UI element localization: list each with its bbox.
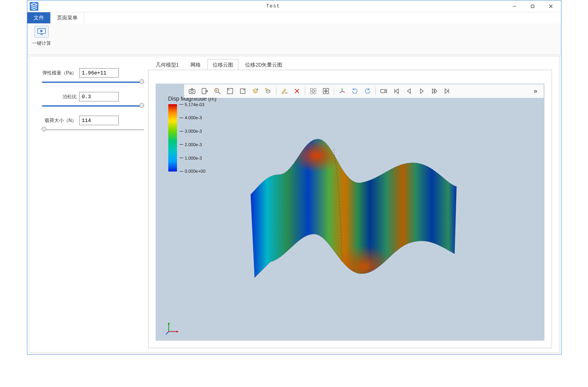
export-icon[interactable] <box>199 86 210 97</box>
play-monitor-icon <box>34 26 49 38</box>
svg-point-9 <box>190 90 193 93</box>
viz-tab-disp-contour[interactable]: 位移云图 <box>207 59 238 70</box>
svg-marker-33 <box>445 89 448 93</box>
viz-area: 几何模型1 网格 位移云图 位移2D矢量云图 <box>148 56 559 352</box>
param-poisson-ratio: 泊松比 <box>37 92 144 101</box>
play-icon[interactable] <box>416 86 427 97</box>
poisson-ratio-label: 泊松比 <box>37 93 77 100</box>
poisson-ratio-slider[interactable] <box>42 103 144 109</box>
zoom-flash-icon[interactable] <box>212 86 223 97</box>
cube-light-icon[interactable] <box>263 86 274 97</box>
svg-line-39 <box>166 332 168 334</box>
svg-marker-36 <box>167 322 169 324</box>
workspace: 弹性模量（Pa） 泊松比 载荷大小（N） <box>29 56 559 353</box>
elastic-modulus-slider[interactable] <box>42 79 144 85</box>
load-input[interactable] <box>79 116 119 125</box>
axes-xyz-icon[interactable] <box>337 86 348 97</box>
legend-tick-3: 2.000e-3 <box>185 142 202 147</box>
menubar: 文件 页面菜单 <box>27 12 561 23</box>
box-edit-icon[interactable] <box>237 86 248 97</box>
legend-tick-1: 4.000e-3 <box>185 115 202 120</box>
skip-end-icon[interactable] <box>441 86 453 97</box>
pan-icon[interactable] <box>320 86 331 97</box>
svg-marker-38 <box>176 330 178 332</box>
elastic-modulus-input[interactable] <box>79 68 119 78</box>
svg-point-15 <box>257 88 258 90</box>
step-back-icon[interactable] <box>403 86 415 97</box>
titlebar: Test <box>27 0 561 12</box>
viz-toolbar: » <box>184 84 544 98</box>
param-load: 载荷大小（N） <box>37 116 144 125</box>
toolbar-overflow-button[interactable]: » <box>530 86 541 97</box>
maximize-button[interactable] <box>524 1 541 11</box>
legend-tick-0: 5.174e-03 <box>185 102 205 107</box>
svg-rect-26 <box>381 90 385 93</box>
svg-line-25 <box>340 91 342 93</box>
svg-point-16 <box>265 88 266 90</box>
video-camera-icon[interactable] <box>378 86 389 97</box>
svg-rect-20 <box>310 88 316 93</box>
camera-icon[interactable] <box>186 86 198 97</box>
ribbon: 一键计算 <box>27 23 561 55</box>
colorbar <box>168 104 177 172</box>
svg-marker-30 <box>420 89 423 93</box>
app-window: Test 文件 页面菜单 一键计算 <box>27 0 561 355</box>
parameter-panel: 弹性模量（Pa） 泊松比 载荷大小（N） <box>29 56 148 352</box>
load-label: 载荷大小（N） <box>37 117 77 124</box>
ribbon-compute-group[interactable]: 一键计算 <box>30 26 53 47</box>
load-slider[interactable] <box>42 127 144 132</box>
zoom-marquee-icon[interactable] <box>308 86 319 97</box>
ribbon-compute-label: 一键计算 <box>30 40 53 47</box>
legend-tick-5: 0.000e+00 <box>185 169 206 173</box>
minimize-button[interactable] <box>506 1 523 11</box>
elastic-modulus-label: 弹性模量（Pa） <box>37 70 77 76</box>
clear-x-icon[interactable] <box>291 86 303 97</box>
viz-tab-mesh[interactable]: 网格 <box>185 59 206 70</box>
svg-marker-31 <box>432 89 435 93</box>
contour-surface <box>243 127 464 286</box>
viz-tab-disp-2d-vector[interactable]: 位移2D矢量云图 <box>240 59 287 70</box>
viz-canvas-wrap: » Disp Magnitude (m) 5.174e-03 4.000e-3 … <box>148 70 552 348</box>
legend-tick-4: 1.000e-3 <box>185 156 202 160</box>
menu-tab-page[interactable]: 页面菜单 <box>51 12 84 23</box>
window-controls <box>506 1 561 11</box>
window-title: Test <box>41 3 506 9</box>
svg-marker-5 <box>40 30 43 32</box>
cube-layers-icon[interactable] <box>250 86 261 97</box>
svg-line-24 <box>342 91 345 92</box>
svg-marker-28 <box>395 89 398 93</box>
legend-tick-2: 3.000e-3 <box>185 129 202 133</box>
poisson-ratio-input[interactable] <box>79 92 119 101</box>
svg-line-12 <box>218 92 220 94</box>
skip-start-icon[interactable] <box>391 86 402 97</box>
viz-canvas[interactable]: Disp Magnitude (m) 5.174e-03 4.000e-3 3.… <box>156 84 544 341</box>
close-button[interactable] <box>542 1 559 11</box>
rotate-ccw-icon[interactable] <box>362 86 373 97</box>
param-elastic-modulus: 弹性模量（Pa） <box>37 68 144 78</box>
svg-marker-29 <box>407 89 410 93</box>
step-fwd-icon[interactable] <box>429 86 440 97</box>
viz-tab-geometry[interactable]: 几何模型1 <box>150 59 184 70</box>
menu-tab-file[interactable]: 文件 <box>27 12 51 23</box>
brush-ruler-icon[interactable] <box>279 86 290 97</box>
viz-tabs: 几何模型1 网格 位移云图 位移2D矢量云图 <box>148 56 552 70</box>
select-rect-icon[interactable] <box>225 86 236 97</box>
app-icon <box>30 2 38 11</box>
colorbar-legend: Disp Magnitude (m) 5.174e-03 4.000e-3 3.… <box>168 95 217 172</box>
legend-ticks: 5.174e-03 4.000e-3 3.000e-3 2.000e-3 1.0… <box>179 104 206 172</box>
svg-point-21 <box>312 90 314 93</box>
rotate-cw-icon[interactable] <box>349 86 360 97</box>
orientation-triad-icon <box>165 321 179 335</box>
svg-rect-1 <box>531 5 534 8</box>
